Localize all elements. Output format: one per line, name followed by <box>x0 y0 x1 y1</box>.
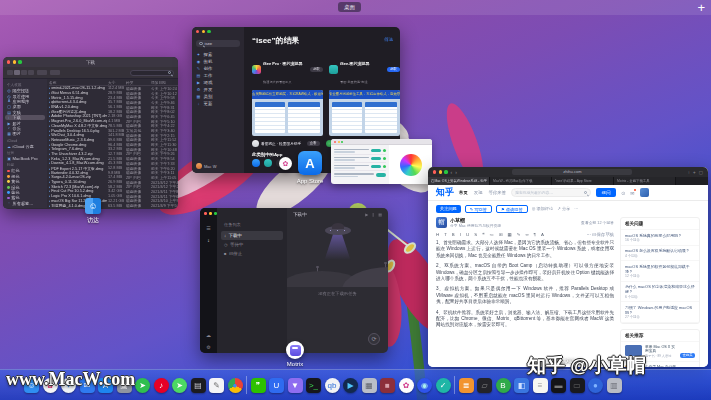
dock-item[interactable]: ▱ <box>477 378 492 393</box>
browser-tab[interactable]: “isee”的结果 - App Store <box>552 177 614 185</box>
related-question-link[interactable]: macOS 怎么设置双系统默认启动项？ 4 个回答 <box>621 246 699 262</box>
task-filter-item[interactable]: ■ 已停止 <box>221 249 283 258</box>
editor-toolbar-icon[interactable]: B <box>452 232 455 237</box>
dock-item[interactable]: ≡ <box>533 378 548 393</box>
cloud-icon[interactable]: ☁ <box>206 332 211 338</box>
buy-button[interactable]: 去购买 <box>680 353 695 359</box>
dock-item[interactable] <box>454 376 455 394</box>
dock-item[interactable]: ▼ <box>288 378 303 393</box>
action-pill[interactable] <box>376 173 386 177</box>
dock-item[interactable]: ◉ <box>417 378 432 393</box>
related-question-link[interactable]: 习惯了 Windows 的用户能适应 macOS 吗？ 27 个回答 <box>621 302 699 323</box>
action-dropdown[interactable] <box>50 70 60 75</box>
dock-item[interactable]: ❞ <box>251 378 266 393</box>
dock-item[interactable]: ▭ <box>570 378 585 393</box>
action-button[interactable]: ◎ 添加评论 <box>532 205 554 213</box>
dock-item[interactable]: ● <box>588 378 603 393</box>
action-pill[interactable] <box>371 157 381 161</box>
dock-item[interactable]: ▬ <box>551 378 566 393</box>
dock-item[interactable]: ✓ <box>436 378 451 393</box>
dock-item[interactable]: ▤ <box>191 378 206 393</box>
finder-app-icon[interactable]: ☺ <box>85 198 101 214</box>
group-dropdown[interactable] <box>37 70 47 75</box>
finder-sidebar-item[interactable]: ▦图片 <box>5 131 45 136</box>
dock-item[interactable]: ➤ <box>172 378 187 393</box>
app-store-search-field[interactable]: isee <box>196 40 240 47</box>
isee-app-icon[interactable]: ✿ <box>279 157 292 170</box>
app-result-row[interactable]: 看图观止 · 轻量图片助手 查看 <box>252 140 320 147</box>
forward-icon[interactable]: › <box>455 169 457 175</box>
app-store-sidebar-item[interactable]: ⚙ 开发 <box>196 86 240 93</box>
dock-item[interactable]: ▥ <box>607 378 622 393</box>
app-store-sidebar-item[interactable]: ✦ 探索 <box>196 51 240 58</box>
editor-toolbar-icon[interactable]: T <box>444 232 447 237</box>
dock-item[interactable]: ➤ <box>135 378 150 393</box>
author-avatar[interactable]: 帽 <box>436 217 447 228</box>
notification-bell-icon[interactable]: ⊙ <box>621 190 625 196</box>
dock-item[interactable]: ▦ <box>362 378 377 393</box>
menu-icon[interactable]: ☰ <box>206 225 210 231</box>
list-view-icon[interactable]: ▦ <box>378 212 382 217</box>
tab-overview-icon[interactable]: ▢ <box>699 170 703 175</box>
editor-toolbar-icon[interactable]: ∞ <box>525 232 528 237</box>
motrix-app-icon[interactable] <box>286 341 304 359</box>
view-switcher[interactable] <box>7 70 34 75</box>
get-button[interactable]: 获取 <box>387 67 400 72</box>
dock-item[interactable]: ■ <box>380 378 395 393</box>
file-row[interactable]: ▪百度网盘_4.1.0.dmg 63.5 MB 磁盘映像 2021/4/9 下午… <box>49 203 178 208</box>
dock-item[interactable]: qb <box>325 378 340 393</box>
back-icon[interactable]: ‹ <box>451 169 453 175</box>
traffic-lights[interactable] <box>196 30 240 33</box>
get-button[interactable]: 查看 <box>307 141 320 146</box>
traffic-lights[interactable] <box>433 170 448 173</box>
action-button[interactable]: ⋯ <box>574 205 578 213</box>
editor-toolbar-icon[interactable]: ¶ <box>534 232 536 237</box>
editor-toolbar-icon[interactable]: ✎ <box>517 232 521 237</box>
editor-toolbar-icon[interactable]: I <box>460 232 461 237</box>
action-button[interactable]: ⚑ 邀请回答 <box>496 205 528 213</box>
address-bar[interactable]: zhihu.com <box>512 169 632 175</box>
downloads-icon[interactable]: ↓ <box>207 237 210 243</box>
finder-window[interactable]: 下载 个人收藏 ◎隔空投送◷最近使用A应用程序▢桌面▤文稿↓下载▶影片♪音乐▦图… <box>3 57 178 209</box>
action-button[interactable]: ↗ 分享 <box>557 205 570 213</box>
editor-toolbar-icon[interactable]: ❝ <box>482 232 484 237</box>
app-result-card[interactable]: iSee Pro · 图片浏览器 快速强大的看图工具 获取 会员预购特价立即购买… <box>252 51 323 136</box>
finder-sidebar-item[interactable]: ▣MacBook Pro <box>5 156 45 161</box>
finder-sidebar-item[interactable]: 紫色 <box>5 195 45 200</box>
zhihu-search-input[interactable]: 搜索你感兴趣的内容… <box>511 188 591 197</box>
new-tab-icon[interactable]: + <box>693 170 696 175</box>
nav-item[interactable]: 发现 <box>474 190 483 195</box>
editor-toolbar-icon[interactable]: U <box>466 232 469 237</box>
isee-preview-window[interactable] <box>331 139 432 184</box>
dock-item[interactable]: >_ <box>306 378 321 393</box>
resume-all-icon[interactable]: ▶ <box>365 212 368 217</box>
dock-item[interactable]: ● <box>228 378 243 393</box>
view-all-answers-link[interactable]: 查看全部 12 个回答 <box>581 220 614 225</box>
get-button[interactable]: 获取 <box>310 67 323 72</box>
action-button[interactable]: ✎ 写回答 <box>465 205 492 213</box>
editor-toolbar-icon[interactable]: ≔ <box>490 232 494 237</box>
nav-item[interactable]: 等你来答 <box>489 190 507 195</box>
finder-sidebar-item[interactable]: 红色 <box>5 168 45 173</box>
dock-item[interactable]: ✎ <box>209 378 224 393</box>
app-store-sidebar-item[interactable]: ▦ 类别 <box>196 93 240 100</box>
app-store-sidebar-item[interactable]: ▤ 工作 <box>196 72 240 79</box>
dock-item[interactable]: U <box>269 378 284 393</box>
browser-tab[interactable]: MacW - 精品Mac软件下载 <box>490 177 552 185</box>
app-result-card[interactable]: iSee-图片浏览器 看图·批量转换·标注 获取 专业图片浏览标注工具，支持百种… <box>329 51 400 136</box>
action-pill[interactable] <box>371 165 381 169</box>
finder-sidebar-item[interactable]: ▶影片 <box>5 120 45 125</box>
finder-sidebar-item[interactable]: ◌所有标签… <box>5 201 45 206</box>
action-pill[interactable] <box>371 149 381 153</box>
messages-icon[interactable]: ✉ <box>630 190 634 196</box>
motrix-window[interactable]: ☰ ↓ ☁ ⚙ 任务列表 ↓ 下载中 ◷ 等待中 <box>200 208 388 353</box>
browser-tab[interactable]: 在Mac OS上安装Windows系统 - 知乎 <box>428 177 490 185</box>
dock-item[interactable]: ▶ <box>343 378 358 393</box>
action-button[interactable]: 关注问题 <box>436 205 461 213</box>
finder-search-field[interactable] <box>130 70 174 76</box>
related-question-link[interactable]: macOS 系统真的有那么好用吗？ 16 个回答 <box>621 230 699 246</box>
finder-sidebar-item[interactable]: ▢桌面 <box>5 104 45 109</box>
app-store-account[interactable]: Mac W <box>196 163 216 169</box>
share-icon[interactable]: ↑ <box>688 170 690 175</box>
app-store-sidebar-item[interactable]: ✎ 创作 <box>196 65 240 72</box>
